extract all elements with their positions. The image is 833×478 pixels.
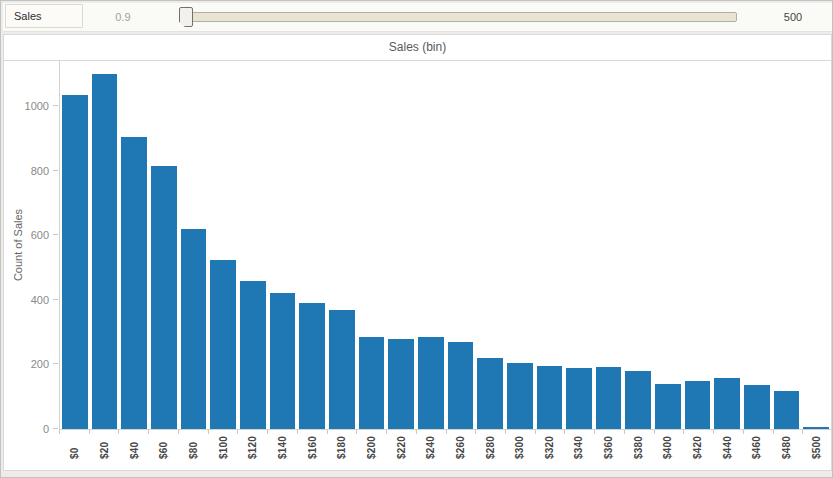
bar-slot [416,61,446,429]
dashboard-window: Sales 0.9 500 Sales (bin) Count of Sales… [0,0,833,478]
x-tick-mark [594,430,595,434]
histogram-bar[interactable] [448,342,474,429]
histogram-bar[interactable] [714,378,740,429]
bar-slot [208,61,238,429]
histogram-bar[interactable] [181,229,207,429]
histogram-card: Sales (bin) Count of Sales 0200400600800… [3,34,832,471]
histogram-bar[interactable] [774,391,800,429]
x-tick-mark [267,430,268,434]
slider-handle[interactable] [179,7,193,27]
histogram-bar[interactable] [359,337,385,429]
bar-slot [386,61,416,429]
histogram-bar[interactable] [329,310,355,429]
histogram-bar[interactable] [477,358,503,429]
histogram-bar[interactable] [299,303,325,429]
x-axis-label: $340 [573,436,584,459]
y-tick-mark [53,428,58,429]
x-tick-mark [624,430,625,434]
chart-title: Sales (bin) [4,35,831,61]
x-label-slot: $280 [475,436,505,459]
histogram-bar[interactable] [62,95,88,429]
x-tick-mark [683,430,684,434]
x-axis-label: $420 [692,436,703,459]
x-axis-label: $380 [633,436,644,459]
x-label-slot: $240 [416,436,446,459]
x-label-slot: $140 [268,436,298,459]
histogram-bar[interactable] [151,166,177,429]
filter-min-value: 0.9 [91,3,155,31]
histogram-bar[interactable] [625,371,651,429]
histogram-bar[interactable] [566,368,592,429]
bar-slot [623,61,653,429]
bar-slot [297,61,327,429]
x-tick-mark [564,430,565,434]
y-tick-label: 1000 [25,99,49,113]
bar-slot [119,61,149,429]
histogram-bar[interactable] [240,281,266,429]
histogram-bar[interactable] [210,260,236,429]
bar-slot [594,61,624,429]
bar-slot [505,61,535,429]
x-axis-label: $100 [218,436,229,459]
x-tick-mark [356,430,357,434]
histogram-bar[interactable] [507,363,533,429]
x-label-slot: $100 [208,436,238,459]
x-tick-mark [178,430,179,434]
x-tick-mark [505,430,506,434]
histogram-bar[interactable] [685,381,711,429]
x-tick-mark [654,430,655,434]
histogram-bar[interactable] [655,384,681,429]
histogram-bar[interactable] [803,427,829,429]
x-axis-label: $80 [188,436,199,459]
x-tick-mark [475,430,476,434]
bar-slot [149,61,179,429]
bar-slot [653,61,683,429]
histogram-bar[interactable] [596,367,622,429]
histogram-bar[interactable] [418,337,444,429]
x-label-slot: $260 [446,436,476,459]
x-axis-label: $500 [811,436,822,459]
x-axis-label: $140 [277,436,288,459]
y-tick-mark [53,170,58,171]
x-axis-label: $260 [455,436,466,459]
x-label-slot: $80 [179,436,209,459]
histogram-bar[interactable] [92,74,118,429]
x-labels-row: $0$20$40$60$80$100$120$140$160$180$200$2… [60,436,831,459]
histogram-bar[interactable] [270,293,296,429]
x-label-slot: $20 [90,436,120,459]
bar-slot [179,61,209,429]
x-tick-mark [773,430,774,434]
bar-slot [712,61,742,429]
histogram-bar[interactable] [121,137,147,429]
x-axis-label: $440 [722,436,733,459]
x-label-slot: $220 [386,436,416,459]
x-tick-mark [535,430,536,434]
x-tick-mark [59,430,60,434]
x-label-slot: $340 [564,436,594,459]
histogram-bar[interactable] [388,339,414,429]
y-tick-mark [53,234,58,235]
bar-slot [327,61,357,429]
x-axis-label: $40 [129,436,140,459]
slider-track[interactable] [186,12,737,22]
bar-slot [357,61,387,429]
x-tick-mark [713,430,714,434]
bar-slot [60,61,90,429]
x-tick-mark [118,430,119,434]
y-axis: 02004006008001000 [4,61,59,429]
filter-field-label[interactable]: Sales [5,4,83,28]
x-tick-mark [416,430,417,434]
x-tick-mark [208,430,209,434]
histogram-bar[interactable] [537,366,563,429]
histogram-bar[interactable] [744,385,770,429]
bar-slot [801,61,831,429]
x-label-slot: $200 [357,436,387,459]
y-tick-label: 600 [31,228,49,242]
x-label-slot: $180 [327,436,357,459]
x-axis-label: $300 [514,436,525,459]
x-label-slot: $420 [683,436,713,459]
bar-slot [535,61,565,429]
bar-slot [772,61,802,429]
x-axis-label: $320 [544,436,555,459]
bar-slot [564,61,594,429]
